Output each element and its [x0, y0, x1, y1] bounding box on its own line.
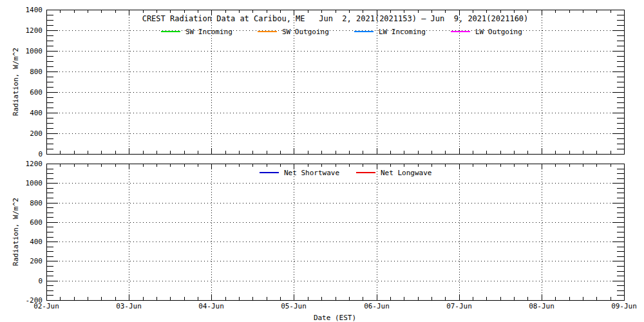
y-tick-label: 400 — [30, 238, 43, 246]
legend-item: Net Shortwave — [260, 169, 339, 177]
y-tick-label: 200 — [30, 129, 43, 138]
top-y-ticks — [46, 10, 624, 155]
legend-label: SW Incoming — [185, 28, 232, 36]
y-tick-label: 800 — [30, 68, 43, 76]
legend-item: Net Longwave — [356, 169, 431, 177]
y-tick-label: 1200 — [26, 160, 43, 168]
top-x-ticks — [47, 10, 625, 154]
x-tick-label: 02-Jun — [33, 302, 59, 310]
x-tick-label: 07-Jun — [446, 302, 472, 310]
chart-title: CREST Radiation Data at Caribou, ME Jun … — [142, 14, 529, 23]
bottom-plot-frame — [47, 164, 625, 301]
y-tick-label: 200 — [30, 257, 43, 265]
legend-item: LW Incoming — [354, 28, 426, 36]
y-tick-label: 600 — [30, 218, 43, 227]
legend-item: SW Incoming — [161, 28, 232, 36]
x-tick-label: 03-Jun — [116, 302, 142, 310]
bottom-gridlines — [46, 164, 624, 300]
top-y-axis-title: Radiation, W/m^2 — [12, 48, 20, 116]
legend-item: LW Outgoing — [451, 28, 522, 36]
x-tick-label: 04-Jun — [198, 302, 224, 310]
top-plot-frame — [47, 10, 625, 155]
y-tick-label: 1000 — [26, 47, 43, 55]
legend-label: LW Incoming — [379, 28, 426, 36]
top-legend: SW IncomingSW OutgoingLW IncomingLW Outg… — [161, 28, 522, 36]
bottom-y-ticks — [46, 164, 624, 301]
bottom-legend: Net ShortwaveNet Longwave — [260, 169, 431, 177]
legend-item: SW Outgoing — [258, 28, 329, 36]
legend-label: LW Outgoing — [475, 28, 522, 36]
y-tick-label: 400 — [30, 109, 43, 117]
y-tick-label: 800 — [30, 199, 43, 207]
y-tick-label: 1400 — [26, 6, 43, 14]
x-tick-label: 06-Jun — [364, 302, 390, 310]
y-tick-label: 0 — [38, 150, 43, 158]
top-panel: 0200400600800100012001400Radiation, W/m^… — [12, 6, 625, 158]
legend-label: Net Shortwave — [284, 169, 339, 177]
legend-label: Net Longwave — [381, 169, 431, 177]
bottom-y-axis-title: Radiation, W/m^2 — [12, 198, 20, 266]
legend-label: SW Outgoing — [282, 28, 329, 36]
x-tick-labels: 02-Jun03-Jun04-Jun05-Jun06-Jun07-Jun08-J… — [33, 302, 637, 322]
y-tick-label: 0 — [38, 277, 43, 285]
y-tick-label: 1200 — [26, 26, 43, 35]
chart-svg: 0200400600800100012001400Radiation, W/m^… — [0, 0, 644, 322]
top-gridlines — [46, 10, 624, 154]
radiation-figure: 0200400600800100012001400Radiation, W/m^… — [0, 0, 644, 322]
y-tick-label: 600 — [30, 88, 43, 97]
x-tick-label: 08-Jun — [529, 302, 554, 310]
bottom-y-tick-labels: -200020040060080010001200 — [26, 160, 43, 305]
top-y-tick-labels: 0200400600800100012001400 — [26, 6, 43, 158]
x-tick-label: 05-Jun — [281, 302, 307, 310]
x-axis-title: Date (EST) — [314, 314, 356, 322]
bottom-x-ticks — [47, 164, 625, 300]
bottom-panel: -20002004006008001000120002-Jun03-Jun04-… — [12, 160, 637, 322]
x-tick-label: 09-Jun — [611, 302, 637, 310]
y-tick-label: 1000 — [26, 179, 43, 187]
